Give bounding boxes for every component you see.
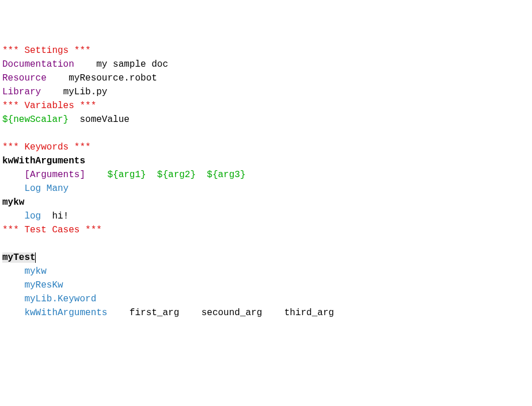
section-header-testcases: *** Test Cases ***	[2, 225, 102, 235]
code-line: *** Keywords ***	[2, 140, 530, 154]
sep	[41, 211, 52, 221]
arguments-tag: [Arguments]	[24, 170, 85, 180]
sep	[107, 308, 129, 318]
section-header-variables: *** Variables ***	[2, 101, 96, 111]
code-line: ${newScalar} someValue	[2, 113, 530, 127]
variable-name: ${newScalar}	[2, 114, 69, 125]
code-line: myTest	[2, 251, 530, 265]
test-name-selected: myTest	[2, 252, 36, 263]
variable-value: someValue	[79, 114, 129, 125]
keyword-call: kwWithArguments	[24, 308, 107, 318]
arg-var: ${arg1}	[107, 170, 146, 180]
indent	[2, 183, 24, 194]
setting-value: myResource.robot	[69, 73, 157, 83]
code-line	[2, 127, 530, 140]
code-line: Documentation my sample doc	[2, 58, 530, 71]
text	[69, 114, 79, 125]
code-line: log hi!	[2, 209, 530, 223]
sep	[262, 308, 284, 318]
code-line: mykw	[2, 196, 530, 209]
keyword-call: Log Many	[24, 183, 69, 194]
code-line: kwWithArguments first_arg secound_arg th…	[2, 306, 530, 320]
setting-value: myLib.py	[63, 87, 108, 97]
code-line: Resource myResource.robot	[2, 71, 530, 85]
indent	[2, 170, 24, 180]
sep	[85, 170, 107, 180]
keyword-def-name: mykw	[2, 197, 24, 208]
text	[74, 59, 96, 70]
sep	[146, 170, 157, 180]
code-line: kwWithArguments	[2, 154, 530, 168]
setting-key: Library	[2, 87, 41, 97]
code-line: Library myLib.py	[2, 85, 530, 99]
indent	[2, 280, 24, 290]
indent	[2, 308, 24, 318]
sep	[196, 170, 207, 180]
arg-var: ${arg3}	[207, 170, 245, 180]
code-line: myLib.Keyword	[2, 292, 530, 306]
arg-text: secound_arg	[202, 308, 263, 318]
code-editor[interactable]: *** Settings ***Documentation my sample …	[2, 44, 530, 320]
indent	[2, 266, 24, 277]
keyword-call: myResKw	[24, 280, 63, 290]
code-line: *** Settings ***	[2, 44, 530, 58]
code-line: *** Variables ***	[2, 99, 530, 113]
arg-text: third_arg	[284, 308, 334, 318]
keyword-call: log	[24, 211, 41, 221]
code-line: [Arguments] ${arg1} ${arg2} ${arg3}	[2, 168, 530, 182]
indent	[2, 211, 24, 221]
setting-key: Documentation	[2, 59, 74, 70]
setting-value: my sample doc	[96, 59, 168, 70]
section-header-keywords: *** Keywords ***	[2, 142, 91, 152]
sep	[179, 308, 201, 318]
arg-var: ${arg2}	[157, 170, 196, 180]
text	[41, 87, 63, 97]
arg-text: hi!	[52, 211, 69, 221]
arg-text: first_arg	[130, 308, 179, 318]
indent	[2, 294, 24, 304]
code-line: mykw	[2, 265, 530, 278]
code-line: *** Test Cases ***	[2, 223, 530, 237]
code-line: Log Many	[2, 182, 530, 196]
setting-key: Resource	[2, 73, 47, 83]
text	[47, 73, 69, 83]
section-header-settings: *** Settings ***	[2, 45, 91, 56]
keyword-call: myLib.Keyword	[24, 294, 96, 304]
code-line	[2, 237, 530, 251]
code-line: myResKw	[2, 278, 530, 292]
keyword-def-name: kwWithArguments	[2, 156, 85, 166]
keyword-call: mykw	[24, 266, 46, 277]
